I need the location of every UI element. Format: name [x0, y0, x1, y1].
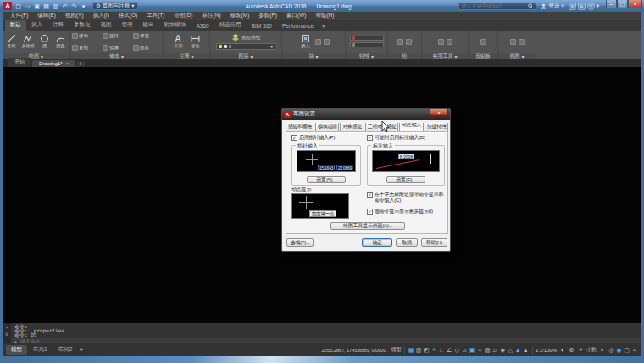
menu-item[interactable]: 工具(T)	[142, 12, 169, 20]
ribbon-tab[interactable]: 附加模块	[159, 20, 192, 31]
clean-screen-icon[interactable]: ▢	[623, 344, 630, 356]
modify-tool[interactable]: 复制	[72, 45, 100, 51]
model-space-toggle[interactable]: 模型	[391, 346, 402, 354]
lineweight-icon[interactable]: ≡	[476, 344, 484, 356]
workspace-switcher[interactable]: ⚙ 草图与注释 ▾	[92, 2, 138, 10]
polar-tracking-icon[interactable]: ∠	[446, 344, 453, 356]
panel-label-groups[interactable]: 组	[388, 53, 421, 59]
chevron-down-icon[interactable]: ▾	[558, 344, 566, 356]
ok-button[interactable]: 确定	[362, 238, 392, 247]
menu-item[interactable]: 参数(P)	[254, 12, 281, 20]
new-tab-button[interactable]: +	[76, 61, 85, 67]
ortho-icon[interactable]: ∟	[438, 344, 446, 356]
panel-label-annotate[interactable]: 注释▾	[164, 53, 209, 59]
line-tool[interactable]: 直线	[4, 34, 19, 49]
customize-command-icon[interactable]: ⚙	[3, 331, 11, 337]
autoscale-icon[interactable]: ▲	[522, 344, 530, 356]
grid-icon[interactable]: ▦	[408, 344, 415, 356]
menu-item[interactable]: 视图(V)	[61, 12, 88, 20]
save-as-icon[interactable]: ▤	[42, 3, 50, 10]
quick-select-icon[interactable]	[447, 39, 452, 45]
modify-tool[interactable]: 旋转	[103, 33, 130, 39]
enable-pointer-input-checkbox[interactable]: ✓ 启用指针输入(P)	[291, 135, 364, 141]
panel-label-clipboard[interactable]: 剪贴板	[469, 53, 497, 59]
snap-mode-icon[interactable]: ▥	[415, 344, 423, 356]
object-color-dropdown[interactable]	[350, 36, 384, 41]
close-command-icon[interactable]: ×	[3, 324, 11, 330]
ribbon-tab[interactable]: 视图	[96, 20, 117, 31]
text-tool[interactable]: A 文字	[171, 35, 186, 49]
workspace-gear-icon[interactable]: ⚙	[568, 344, 575, 356]
file-tab-drawing1[interactable]: Drawing1* ×	[32, 60, 75, 67]
menu-item[interactable]: 窗口(W)	[282, 12, 310, 20]
customization-icon[interactable]: ≡	[630, 344, 638, 356]
new-layout-button[interactable]: +	[77, 347, 86, 353]
save-icon[interactable]: ▣	[33, 3, 41, 10]
qat-dropdown-icon[interactable]: ▾	[80, 3, 87, 10]
redo-icon[interactable]: ↷	[70, 3, 78, 10]
edit-block-icon[interactable]	[324, 39, 330, 45]
isolate-objects-icon[interactable]: ◎	[608, 344, 615, 356]
view-tool-icon[interactable]	[510, 39, 516, 45]
dialog-tab[interactable]: 动态输入	[399, 123, 423, 131]
ribbon-tab[interactable]: 默认	[5, 20, 26, 31]
help-button[interactable]: 帮助(H)	[421, 238, 447, 247]
minimize-button[interactable]: ─	[606, 0, 617, 8]
pointer-settings-button[interactable]: 设置(S)...	[307, 176, 346, 183]
ribbon-tab[interactable]: Performance	[277, 21, 319, 31]
chevron-down-icon[interactable]: ▾	[598, 344, 606, 356]
ungroup-tool-icon[interactable]	[406, 39, 412, 45]
infer-constraints-icon[interactable]: ◩	[423, 344, 430, 356]
panel-label-utilities[interactable]: 实用工具▾	[422, 53, 468, 59]
3d-osnap-icon[interactable]: ◈	[499, 344, 507, 356]
show-more-tips-checkbox[interactable]: ✓ 随命令提示显示更多提示(I)	[367, 209, 446, 215]
options-button[interactable]: 选项(T)...	[286, 238, 314, 247]
layout-tab[interactable]: 布局2	[53, 345, 78, 355]
maximize-button[interactable]: ▢	[617, 0, 628, 8]
layer-properties-icon[interactable]	[231, 34, 240, 42]
dynamic-input-icon[interactable]: +	[430, 344, 438, 356]
undo-icon[interactable]: ↶	[61, 3, 69, 10]
units-control[interactable]: 小数	[586, 346, 597, 354]
cancel-button[interactable]: 取消	[396, 238, 418, 247]
modify-tool[interactable]: 移动	[72, 33, 100, 39]
annotation-scale-control[interactable]: 1:1/100%	[536, 348, 557, 353]
ribbon-tab[interactable]: A360	[192, 21, 214, 31]
isodraft-icon[interactable]: ◇	[453, 344, 461, 356]
show-command-prompt-checkbox[interactable]: ✓ 在十字光标附近显示命令提示和命令输入(C)	[367, 192, 446, 204]
annotation-visibility-icon[interactable]: ▲	[514, 344, 522, 356]
object-snap-icon[interactable]: ▣	[469, 344, 476, 356]
plot-icon[interactable]: ▥	[52, 3, 59, 10]
dimension-settings-button[interactable]: 设置(E)...	[386, 176, 425, 183]
arc-tool[interactable]: 圆弧	[54, 34, 69, 49]
panel-label-layers[interactable]: 图层▾	[210, 53, 281, 59]
ucs-icon[interactable]	[519, 39, 525, 45]
enable-dimension-input-checkbox[interactable]: ✓ 可能时启用标注输入(D)	[367, 135, 447, 141]
dialog-title-bar[interactable]: A 草图设置 ×	[282, 109, 450, 120]
close-tab-icon[interactable]: ×	[66, 61, 69, 66]
layer-properties-label[interactable]: 图层特性	[242, 35, 261, 41]
layer-dropdown[interactable]: 0 ▾	[216, 43, 275, 50]
panel-label-block[interactable]: 块▾	[282, 53, 345, 59]
modify-tool[interactable]: 圆角	[133, 45, 161, 51]
ribbon-tab[interactable]: 输出	[138, 20, 159, 31]
modify-tool[interactable]: 镜像	[103, 45, 130, 51]
circle-tool[interactable]: 圆	[37, 34, 52, 49]
dialog-tab[interactable]: 极轴追踪	[315, 123, 339, 131]
annotation-monitor-icon[interactable]: +	[577, 344, 585, 356]
menu-item[interactable]: 标注(N)	[198, 12, 225, 20]
ribbon-tab[interactable]: 插入	[26, 20, 47, 31]
menu-item[interactable]: 格式(O)	[114, 12, 142, 20]
dynamic-ucs-icon[interactable]: △	[507, 344, 514, 356]
open-file-icon[interactable]: ▱	[24, 3, 31, 10]
modify-tool[interactable]: 修剪	[133, 33, 161, 39]
new-file-icon[interactable]: ▢	[14, 3, 22, 10]
polyline-tool[interactable]: 多段线	[21, 34, 36, 49]
ribbon-tab[interactable]: 注释	[47, 20, 69, 31]
menu-item[interactable]: 插入(I)	[89, 12, 114, 20]
search-input[interactable]	[461, 3, 528, 8]
panel-label-view[interactable]: 视图▾	[498, 53, 536, 59]
dimension-tool[interactable]: 标注	[188, 34, 203, 49]
object-snap-tracking-icon[interactable]: ⊿	[461, 344, 469, 356]
file-tab-start[interactable]: 开始	[8, 58, 31, 67]
